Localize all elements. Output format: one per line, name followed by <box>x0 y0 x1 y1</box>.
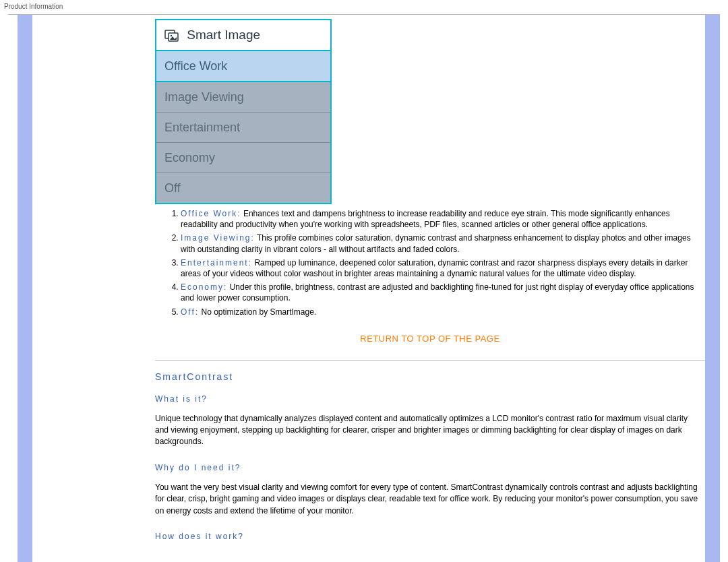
subheading-what-is-it: What is it? <box>155 394 705 404</box>
svg-point-2 <box>171 35 172 36</box>
list-item: Office Work: Enhances text and dampens b… <box>181 208 705 230</box>
mode-label: Entertainment: <box>181 258 252 268</box>
mode-text: Ramped up luminance, deepened color satu… <box>181 258 688 278</box>
left-accent-strip <box>18 15 32 562</box>
mode-label: Off: <box>181 307 199 317</box>
smartcontrast-why-text: You want the very best visual clarity an… <box>155 482 701 517</box>
smartcontrast-heading: SmartContrast <box>155 371 705 382</box>
osd-item-office-work[interactable]: Office Work <box>156 51 331 82</box>
page-label: Product Information <box>0 0 728 13</box>
svg-rect-1 <box>169 33 178 41</box>
list-item: Image Viewing: This profile combines col… <box>181 232 705 254</box>
subheading-how-work: How does it work? <box>155 532 705 541</box>
osd-item-off[interactable]: Off <box>156 173 331 204</box>
osd-header: Smart Image <box>156 20 331 51</box>
list-item: Entertainment: Ramped up luminance, deep… <box>181 257 705 279</box>
subheading-why-need: Why do I need it? <box>155 463 705 472</box>
mode-descriptions: Office Work: Enhances text and dampens b… <box>155 208 705 317</box>
mode-text: Under this profile, brightness, contrast… <box>181 282 694 303</box>
osd-item-image-viewing[interactable]: Image Viewing <box>156 82 331 113</box>
mode-text: No optimization by SmartImage. <box>199 307 316 317</box>
mode-label: Economy: <box>181 282 227 292</box>
mode-label: Image Viewing: <box>181 233 255 243</box>
osd-item-entertainment[interactable]: Entertainment <box>156 113 331 143</box>
osd-title: Smart Image <box>187 28 260 42</box>
mode-text: This profile combines color saturation, … <box>181 233 691 253</box>
section-divider <box>155 360 705 361</box>
smart-image-icon <box>164 30 179 42</box>
osd-item-economy[interactable]: Economy <box>156 143 331 173</box>
smartcontrast-what-text: Unique technology that dynamically analy… <box>155 413 701 448</box>
return-to-top-link[interactable]: RETURN TO TOP OF THE PAGE <box>155 334 705 344</box>
smart-image-osd: Smart Image Office Work Image Viewing En… <box>155 19 332 204</box>
list-item: Economy: Under this profile, brightness,… <box>181 282 705 303</box>
page-frame: Smart Image Office Work Image Viewing En… <box>8 14 720 562</box>
right-accent-strip <box>705 15 720 562</box>
main-content: Smart Image Office Work Image Viewing En… <box>32 15 705 562</box>
mode-text: Enhances text and dampens brightness to … <box>181 209 670 229</box>
list-item: Off: No optimization by SmartImage. <box>181 307 705 317</box>
mode-label: Office Work: <box>181 209 241 218</box>
